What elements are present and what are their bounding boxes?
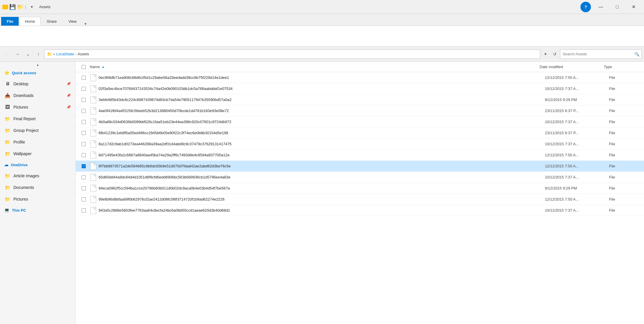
row-check-1[interactable]	[82, 87, 90, 91]
checkbox-4[interactable]	[82, 120, 86, 124]
back-button[interactable]: ←	[2, 49, 12, 59]
file-name-7: 8d71495e43fa1c6887a8840aa45ba74a29a2ff6c…	[99, 153, 545, 157]
maximize-button[interactable]: □	[609, 0, 625, 14]
row-check-11[interactable]	[82, 197, 90, 201]
quick-access-down-btn[interactable]: ▼	[28, 3, 36, 11]
sidebar-item-pictures2[interactable]: 📁 Pictures	[0, 193, 76, 205]
sidebar-section-thispc: 💻 This PC	[0, 205, 76, 215]
refresh-button[interactable]: ↺	[551, 49, 559, 59]
sidebar-item-desktop[interactable]: 🖥 Desktop 📌	[0, 78, 76, 90]
table-row[interactable]: 0ec9f4bfb71ea908c68d6c05d1c29abe56a33eed…	[76, 72, 644, 83]
table-row[interactable]: 65d60dd44a9dc84d4d1051d8f9cfd6edd6906bc5…	[76, 172, 644, 183]
checkbox-3[interactable]	[82, 109, 86, 113]
articleimages-label: Article Images	[13, 173, 39, 178]
file-type-4: File	[609, 120, 644, 124]
row-check-3[interactable]	[82, 109, 90, 113]
table-row[interactable]: 8d71495e43fa1c6887a8840aa45ba74a29a2ff6c…	[76, 150, 644, 161]
file-icon-10	[90, 185, 97, 192]
checkbox-7[interactable]	[82, 153, 86, 157]
table-row[interactable]: 94eca0962f5cc594ba1cce20796b60b011d0b02d…	[76, 183, 644, 194]
help-button[interactable]: ?	[580, 2, 591, 12]
header-name[interactable]: Name ▲	[90, 65, 540, 69]
tab-file[interactable]: File	[1, 17, 19, 26]
file-type-2: File	[609, 98, 644, 102]
sidebar-item-articleimages[interactable]: 📁 Article Images	[0, 170, 76, 182]
sidebar-item-downloads[interactable]: 📥 Downloads 📌	[0, 90, 76, 101]
checkbox-11[interactable]	[82, 197, 86, 201]
sidebar-item-profile[interactable]: 📁 Profile	[0, 136, 76, 148]
table-row[interactable]: 3ebfe985b43dc6c224c8987439674d83cb7da54e…	[76, 94, 644, 105]
header-checkbox[interactable]	[82, 65, 86, 69]
checkbox-2[interactable]	[82, 98, 86, 102]
file-date-7: 12/12/2015 7:50 A...	[545, 153, 609, 157]
table-row[interactable]: 4ae0f41fbf4a4f3159c56eeb52b3d213880450d7…	[76, 105, 644, 116]
sidebar-item-groupproject[interactable]: 📁 Group Project	[0, 125, 76, 136]
row-check-12[interactable]	[82, 208, 90, 213]
checkbox-0[interactable]	[82, 76, 86, 80]
file-date-4: 10/12/2015 7:37 A...	[545, 120, 609, 124]
sidebar-scroll-up[interactable]: ▲	[0, 62, 76, 68]
sidebar-item-wallpaper[interactable]: 📁 Wallpaper	[0, 148, 76, 160]
header-date-label: Date modified	[540, 65, 563, 69]
address-path[interactable]: 📁 « LocalState › Assets	[44, 49, 540, 59]
table-row[interactable]: 4b0a88c034d0636b0099dd526c1faa51eb23e44e…	[76, 116, 644, 128]
sidebar-item-documents[interactable]: 📁 Documents	[0, 182, 76, 193]
file-type-9: File	[609, 175, 644, 179]
tab-share[interactable]: Share	[41, 17, 62, 26]
row-check-5[interactable]	[82, 131, 90, 135]
tab-view[interactable]: View	[63, 17, 82, 26]
file-type-6: File	[609, 142, 644, 146]
table-row[interactable]: 99efb96d8bfaa89f0b62976cf2ae2412d08fc5f8…	[76, 194, 644, 205]
history-dropdown-button[interactable]: ⌄	[23, 49, 33, 59]
pictures-label: Pictures	[13, 105, 28, 109]
row-check-10[interactable]	[82, 186, 90, 190]
row-check-6[interactable]	[82, 142, 90, 146]
checkbox-8[interactable]: ✓	[82, 164, 86, 168]
file-name-1: 02f3a5ec4bce70769437143534c74a42e0b09010…	[99, 86, 545, 91]
row-check-0[interactable]	[82, 76, 90, 80]
file-type-10: File	[609, 186, 644, 190]
minimize-button[interactable]: —	[593, 0, 609, 14]
search-input[interactable]	[560, 52, 632, 56]
checkbox-1[interactable]	[82, 87, 86, 91]
row-check-4[interactable]	[82, 120, 90, 124]
address-dropdown-button[interactable]: ▼	[541, 49, 550, 59]
close-button[interactable]: ✕	[625, 0, 642, 14]
downloads-pin: 📌	[66, 93, 71, 98]
title-bar: 💾 📁 | ▼ Assets ? — □ ✕	[0, 0, 644, 14]
table-row[interactable]: 02f3a5ec4bce70769437143534c74a42e0b09010…	[76, 83, 644, 94]
search-button[interactable]: 🔍	[632, 49, 641, 59]
checkbox-6[interactable]	[82, 142, 86, 146]
up-button[interactable]: ↑	[34, 49, 43, 59]
file-date-1: 10/12/2015 7:37 A...	[545, 86, 609, 91]
sidebar-section-quickaccess: ⭐ Quick access	[0, 68, 76, 78]
table-row[interactable]: 943a5c2888e5803fee7763aa64c8ecfa24bc6a08…	[76, 205, 644, 216]
file-icon-3	[90, 107, 97, 114]
row-check-7[interactable]	[82, 153, 90, 157]
desktop-label: Desktop	[13, 82, 28, 86]
breadcrumb-localstate[interactable]: LocalState	[56, 52, 74, 56]
sidebar-item-pictures[interactable]: 🖼 Pictures 📌	[0, 101, 76, 113]
sidebar-item-finalreport[interactable]: 📁 Final Report	[0, 113, 76, 125]
ribbon-more[interactable]: ▼	[84, 22, 87, 26]
row-check-2[interactable]	[82, 98, 90, 102]
table-row[interactable]: 6fb41239c1eb8f5a05ed496cc2945b6b05e90f22…	[76, 128, 644, 139]
row-check-8[interactable]: ✓	[82, 164, 90, 168]
table-row[interactable]: 8a117d2c9ab1d0273ea446288a39aa2df31d4abd…	[76, 139, 644, 150]
breadcrumb-assets: Assets	[78, 52, 89, 56]
file-type-7: File	[609, 153, 644, 157]
tab-home[interactable]: Home	[19, 17, 41, 26]
row-check-9[interactable]	[82, 175, 90, 179]
checkbox-10[interactable]	[82, 186, 86, 190]
checkbox-9[interactable]	[82, 175, 86, 179]
header-date[interactable]: Date modified	[540, 65, 604, 69]
thispc-label: This PC	[12, 208, 26, 213]
checkbox-12[interactable]	[82, 208, 86, 213]
header-type-label: Type	[604, 65, 612, 69]
file-icon-7	[90, 152, 97, 159]
forward-button[interactable]: →	[13, 49, 22, 59]
header-type[interactable]: Type	[604, 65, 639, 69]
checkbox-5[interactable]	[82, 131, 86, 135]
table-row[interactable]: ✓ 8f7bb8973571a2de584685c9b6dc65b9e51d07…	[76, 161, 644, 172]
address-bar: ← → ⌄ ↑ 📁 « LocalState › Assets ▼ ↺ 🔍	[0, 47, 644, 62]
